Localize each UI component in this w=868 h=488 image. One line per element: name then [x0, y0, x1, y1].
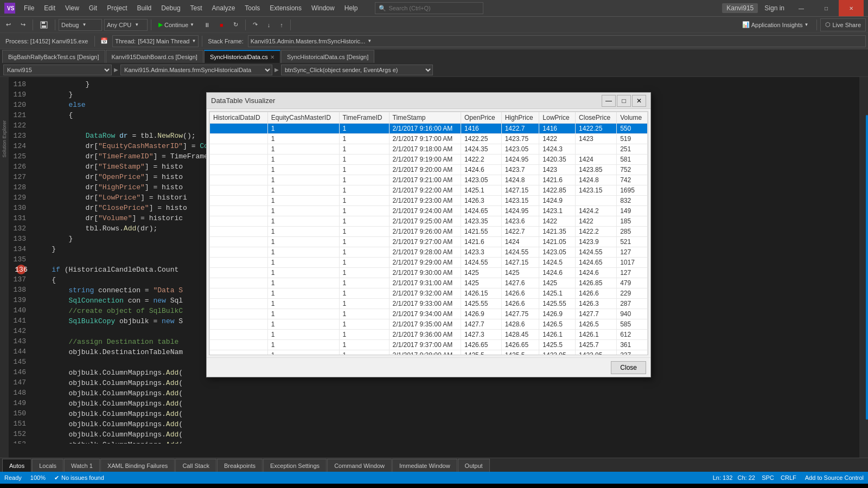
- menu-git[interactable]: Git: [85, 3, 101, 13]
- cpu-dropdown[interactable]: Any CPU ▼: [104, 19, 148, 31]
- bottom-tab-breakpoints[interactable]: Breakpoints: [217, 459, 263, 472]
- class-select[interactable]: Kanvi915.Admin.Masters.frmSyncHistorical…: [120, 65, 272, 75]
- toolbar-redo[interactable]: ↪: [17, 18, 29, 31]
- search-btn[interactable]: 🔍 Type here to search: [25, 486, 96, 488]
- bottom-tab-xaml[interactable]: XAML Binding Failures: [100, 459, 175, 472]
- debug-mode-dropdown[interactable]: Debug ▼: [59, 19, 102, 31]
- table-row[interactable]: 112/1/2017 9:33:00 AM1425.551426.61425.5…: [210, 299, 648, 309]
- table-cell: 1: [339, 309, 389, 319]
- table-cell: 1: [339, 237, 389, 247]
- bottom-tab-callstack[interactable]: Call Stack: [175, 459, 216, 472]
- table-row[interactable]: 112/1/2017 9:18:00 AM1424.351423.051424.…: [210, 144, 648, 155]
- table-cell: 1425.55: [539, 299, 576, 309]
- table-row[interactable]: 112/1/2017 9:31:00 AM14251427.614251426.…: [210, 278, 648, 288]
- thread-dropdown[interactable]: Thread: [5432] Main Thread ▼: [112, 35, 199, 47]
- step-into-btn[interactable]: ↓: [264, 18, 275, 31]
- table-row[interactable]: 112/1/2017 9:20:00 AM1424.61423.71423142…: [210, 165, 648, 175]
- task-view-btn[interactable]: ⊡: [100, 486, 114, 488]
- tab-syncdata[interactable]: SyncHistoricalData.cs ✕: [204, 50, 280, 63]
- table-cell: 1421.6: [539, 175, 576, 185]
- table-row[interactable]: 112/1/2017 9:34:00 AM1426.91427.751426.9…: [210, 309, 648, 319]
- table-row[interactable]: 112/1/2017 9:35:00 AM1427.71428.61426.51…: [210, 319, 648, 330]
- table-row[interactable]: 112/1/2017 9:32:00 AM1426.151426.61425.1…: [210, 288, 648, 299]
- minimize-btn[interactable]: —: [789, 0, 814, 16]
- restart-btn[interactable]: ↻: [229, 18, 242, 31]
- vs-pin[interactable]: VS: [142, 486, 161, 488]
- explorer-pin[interactable]: 📁: [118, 486, 138, 488]
- datatable-container[interactable]: HistoricalDataID EquityCashMasterID Time…: [209, 111, 648, 355]
- table-row[interactable]: 112/1/2017 9:27:00 AM1421.614241421.0514…: [210, 237, 648, 247]
- menu-build[interactable]: Build: [133, 3, 156, 13]
- close-btn[interactable]: ✕: [839, 0, 864, 16]
- profile-name[interactable]: Kanvi915: [722, 3, 758, 13]
- search-box[interactable]: 🔍: [375, 2, 483, 14]
- bottom-tab-autos[interactable]: Autos: [2, 459, 31, 472]
- table-row[interactable]: 112/1/2017 9:24:00 AM1424.651424.951423.…: [210, 206, 648, 216]
- table-row[interactable]: 112/1/2017 9:38:00 AM1425.51425.51423.95…: [210, 350, 648, 356]
- search-input[interactable]: [388, 5, 475, 11]
- toolbar-undo[interactable]: ↩: [2, 18, 15, 31]
- method-select[interactable]: btnSync_Click(object sender, EventArgs e…: [281, 65, 433, 75]
- stackframe-dropdown[interactable]: Kanvi915.Admin.Masters.frmSyncHistoric..…: [248, 35, 866, 47]
- menu-window[interactable]: Window: [307, 3, 339, 13]
- table-row[interactable]: 112/1/2017 9:29:00 AM1424.551427.151424.…: [210, 258, 648, 268]
- stop-btn[interactable]: ■: [216, 18, 227, 31]
- menu-edit[interactable]: Edit: [40, 3, 60, 13]
- table-row[interactable]: 112/1/2017 9:22:00 AM1425.11427.151422.8…: [210, 185, 648, 196]
- modal-maximize-btn[interactable]: □: [617, 95, 631, 107]
- namespace-select[interactable]: Kanvi915: [3, 65, 112, 75]
- table-row[interactable]: 112/1/2017 9:36:00 AM1427.31428.451426.1…: [210, 330, 648, 340]
- bottom-tab-exception[interactable]: Exception Settings: [263, 459, 327, 472]
- table-row[interactable]: 112/1/2017 9:19:00 AM1422.21424.951420.3…: [210, 155, 648, 165]
- menu-test[interactable]: Test: [186, 3, 207, 13]
- table-row[interactable]: 112/1/2017 9:30:00 AM142514251424.61424.…: [210, 268, 648, 278]
- bottom-tab-output[interactable]: Output: [458, 459, 490, 472]
- tab-syncdata-design[interactable]: SyncHistoricalData.cs [Design]: [281, 50, 374, 63]
- menu-debug[interactable]: Debug: [157, 3, 184, 13]
- bottom-tab-watch[interactable]: Watch 1: [64, 459, 100, 472]
- step-out-btn[interactable]: ↑: [276, 18, 287, 31]
- table-row[interactable]: 112/1/2017 9:16:00 AM14161422.714161422.…: [210, 124, 648, 134]
- table-cell: 521: [617, 237, 648, 247]
- menu-tools[interactable]: Tools: [240, 3, 264, 13]
- status-zoom[interactable]: 100%: [30, 474, 46, 481]
- tab-kanvi-dashboard[interactable]: Kanvi915DashBoard.cs [Design]: [106, 50, 203, 63]
- menu-analyze[interactable]: Analyze: [208, 3, 240, 13]
- table-row[interactable]: 112/1/2017 9:28:00 AM1423.31424.551423.0…: [210, 247, 648, 258]
- tab-syncdata-close[interactable]: ✕: [270, 54, 275, 60]
- modal-close-action-btn[interactable]: Close: [611, 361, 646, 374]
- add-source-control[interactable]: Add to Source Control: [805, 474, 864, 481]
- live-share-btn[interactable]: ⬡ Live Share: [820, 18, 866, 31]
- menu-extensions[interactable]: Extensions: [265, 3, 306, 13]
- table-row[interactable]: 112/1/2017 9:23:00 AM1426.31423.151424.9…: [210, 196, 648, 206]
- bottom-tab-locals[interactable]: Locals: [32, 459, 63, 472]
- step-over-btn[interactable]: ↷: [249, 18, 261, 31]
- application-insights-btn[interactable]: 📊 Application Insights ▼: [737, 18, 814, 31]
- bottom-tab-immediate[interactable]: Immediate Window: [392, 459, 457, 472]
- tab-bigbash[interactable]: BigBashRallyBackTest.cs [Design]: [2, 50, 105, 63]
- maximize-btn[interactable]: □: [814, 0, 839, 16]
- table-row[interactable]: 112/1/2017 9:37:00 AM1426.651426.651425.…: [210, 340, 648, 350]
- scrollbar-thumb[interactable]: [866, 115, 868, 420]
- start-button[interactable]: ⊞: [4, 486, 21, 488]
- continue-btn[interactable]: ▶ Continue ▼: [155, 18, 198, 31]
- modal-minimize-btn[interactable]: —: [602, 95, 616, 107]
- modal-close-btn[interactable]: ✕: [632, 95, 646, 107]
- pause-btn[interactable]: ⏸: [200, 18, 214, 31]
- chrome-pin[interactable]: 🌐: [165, 486, 181, 488]
- toolbar-save-all[interactable]: [36, 18, 52, 31]
- table-cell: 229: [617, 288, 648, 299]
- table-cell: 1423.1: [539, 206, 576, 216]
- menu-help[interactable]: Help: [340, 3, 362, 13]
- table-row[interactable]: 112/1/2017 9:25:00 AM1423.351423.6142214…: [210, 216, 648, 227]
- menu-view[interactable]: View: [61, 3, 84, 13]
- menu-project[interactable]: Project: [103, 3, 131, 13]
- table-cell: 1422.2: [576, 227, 617, 237]
- table-cell: [210, 185, 268, 196]
- signin-link[interactable]: Sign in: [764, 4, 784, 12]
- bottom-tab-command[interactable]: Command Window: [327, 459, 392, 472]
- table-row[interactable]: 112/1/2017 9:26:00 AM1421.551422.71421.3…: [210, 227, 648, 237]
- menu-file[interactable]: File: [20, 3, 39, 13]
- table-row[interactable]: 112/1/2017 9:21:00 AM1423.051424.81421.6…: [210, 175, 648, 185]
- table-row[interactable]: 112/1/2017 9:17:00 AM1422.251423.7514221…: [210, 134, 648, 144]
